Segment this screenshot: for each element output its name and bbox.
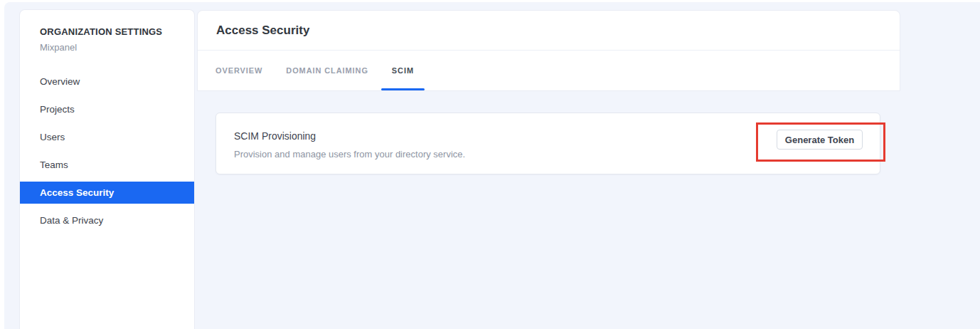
card-title: SCIM Provisioning: [234, 130, 316, 142]
tab-overview[interactable]: OVERVIEW: [205, 51, 273, 90]
main-panel: Access Security OVERVIEW DOMAIN CLAIMING…: [197, 10, 900, 91]
main-header: Access Security: [198, 11, 900, 51]
page-title: Access Security: [216, 24, 309, 38]
organization-name: Mixpanel: [40, 42, 174, 53]
sidebar-item-access-security[interactable]: Access Security: [20, 182, 194, 204]
app-background: ORGANIZATION SETTINGS Mixpanel Overview …: [4, 2, 980, 329]
tab-bar: OVERVIEW DOMAIN CLAIMING SCIM: [198, 51, 900, 90]
app-window: ORGANIZATION SETTINGS Mixpanel Overview …: [0, 0, 980, 329]
sidebar-item-users[interactable]: Users: [20, 126, 194, 148]
sidebar-item-projects[interactable]: Projects: [20, 98, 194, 120]
tab-domain-claiming[interactable]: DOMAIN CLAIMING: [275, 51, 379, 90]
card-description: Provision and manage users from your dir…: [234, 149, 465, 160]
organization-settings-sidebar: ORGANIZATION SETTINGS Mixpanel Overview …: [19, 9, 195, 329]
generate-token-button[interactable]: Generate Token: [777, 130, 863, 150]
sidebar-item-teams[interactable]: Teams: [20, 154, 194, 176]
sidebar-heading: ORGANIZATION SETTINGS: [40, 26, 174, 37]
sidebar-nav: Overview Projects Users Teams Access Sec…: [20, 70, 194, 231]
sidebar-header: ORGANIZATION SETTINGS Mixpanel: [20, 10, 194, 53]
scim-provisioning-card: SCIM Provisioning Provision and manage u…: [215, 113, 880, 174]
tab-scim[interactable]: SCIM: [381, 51, 425, 90]
sidebar-item-data-privacy[interactable]: Data & Privacy: [20, 209, 194, 231]
sidebar-item-overview[interactable]: Overview: [20, 70, 194, 93]
